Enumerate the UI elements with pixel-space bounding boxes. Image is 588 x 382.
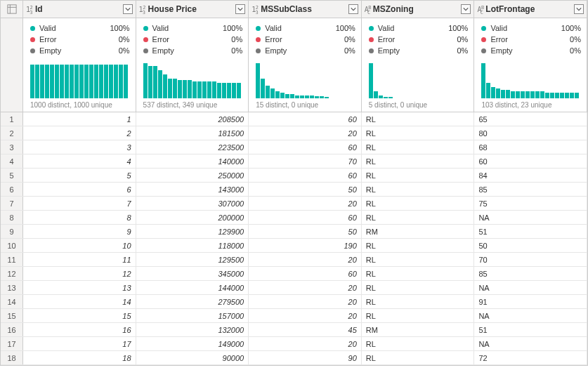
row-number[interactable]: 15 bbox=[1, 309, 23, 322]
cell[interactable]: RL bbox=[362, 169, 475, 182]
cell[interactable]: 12 bbox=[23, 267, 136, 280]
table-corner[interactable] bbox=[1, 1, 23, 18]
cell[interactable]: RL bbox=[362, 239, 475, 252]
cell[interactable]: 132000 bbox=[136, 323, 249, 336]
cell[interactable]: RL bbox=[362, 126, 475, 140]
cell[interactable]: RL bbox=[362, 281, 475, 294]
cell[interactable]: 60 bbox=[249, 169, 362, 182]
row-number[interactable]: 6 bbox=[1, 183, 23, 196]
type-icon-text[interactable]: ABC bbox=[365, 6, 370, 13]
cell[interactable]: 223500 bbox=[136, 140, 249, 154]
cell[interactable]: 68 bbox=[474, 140, 587, 154]
cell[interactable]: 70 bbox=[249, 154, 362, 168]
cell[interactable]: 5 bbox=[23, 169, 136, 182]
table-row[interactable]: 131314400020RLNA bbox=[1, 281, 587, 295]
cell[interactable]: NA bbox=[474, 309, 587, 322]
row-number[interactable]: 14 bbox=[1, 295, 23, 308]
cell[interactable]: 45 bbox=[249, 323, 362, 336]
cell[interactable]: 90 bbox=[249, 351, 362, 364]
column-filter-dropdown[interactable] bbox=[235, 4, 245, 14]
cell[interactable]: RL bbox=[362, 309, 475, 322]
cell[interactable]: 14 bbox=[23, 295, 136, 308]
type-icon-text[interactable]: ABC bbox=[477, 6, 483, 13]
cell[interactable]: RL bbox=[362, 183, 475, 196]
cell[interactable]: 65 bbox=[474, 112, 587, 126]
cell[interactable]: RL bbox=[362, 211, 475, 224]
column-header[interactable]: ABCMSZoning bbox=[362, 1, 475, 18]
distribution-histogram[interactable] bbox=[30, 62, 130, 98]
cell[interactable]: 129900 bbox=[136, 225, 249, 238]
cell[interactable]: RL bbox=[362, 140, 475, 154]
cell[interactable]: 20 bbox=[249, 197, 362, 210]
column-filter-dropdown[interactable] bbox=[574, 4, 584, 14]
cell[interactable]: 20 bbox=[249, 309, 362, 322]
cell[interactable]: 17 bbox=[23, 337, 136, 350]
row-number[interactable]: 2 bbox=[1, 126, 23, 140]
table-row[interactable]: 1010118000190RL50 bbox=[1, 239, 587, 253]
cell[interactable]: 307000 bbox=[136, 197, 249, 210]
row-number[interactable]: 1 bbox=[1, 112, 23, 126]
type-icon-number[interactable]: 123 bbox=[139, 6, 145, 13]
cell[interactable]: 75 bbox=[474, 197, 587, 210]
cell[interactable]: 143000 bbox=[136, 183, 249, 196]
cell[interactable]: 4 bbox=[23, 154, 136, 168]
cell[interactable]: RL bbox=[362, 112, 475, 126]
cell[interactable]: 85 bbox=[474, 267, 587, 280]
column-filter-dropdown[interactable] bbox=[461, 4, 471, 14]
cell[interactable]: 250000 bbox=[136, 169, 249, 182]
row-number[interactable]: 10 bbox=[1, 239, 23, 252]
cell[interactable]: 70 bbox=[474, 253, 587, 266]
cell[interactable]: 9 bbox=[23, 225, 136, 238]
table-row[interactable]: 1120850060RL65 bbox=[1, 112, 587, 126]
cell[interactable]: 118000 bbox=[136, 239, 249, 252]
cell[interactable]: 20 bbox=[249, 295, 362, 308]
cell[interactable]: 60 bbox=[249, 140, 362, 154]
table-row[interactable]: 6614300050RL85 bbox=[1, 183, 587, 197]
row-number[interactable]: 12 bbox=[1, 267, 23, 280]
cell[interactable]: RL bbox=[362, 267, 475, 280]
cell[interactable]: RL bbox=[362, 253, 475, 266]
cell[interactable]: 345000 bbox=[136, 267, 249, 280]
cell[interactable]: 279500 bbox=[136, 295, 249, 308]
cell[interactable]: 11 bbox=[23, 253, 136, 266]
cell[interactable]: 3 bbox=[23, 140, 136, 154]
distribution-histogram[interactable] bbox=[143, 62, 243, 98]
row-number[interactable]: 7 bbox=[1, 197, 23, 210]
column-header[interactable]: 123MSSubClass bbox=[249, 1, 362, 18]
table-row[interactable]: 111112950020RL70 bbox=[1, 253, 587, 267]
cell[interactable]: RL bbox=[362, 197, 475, 210]
column-header[interactable]: ABCLotFrontage bbox=[474, 1, 587, 18]
cell[interactable]: 20 bbox=[249, 281, 362, 294]
cell[interactable]: 129500 bbox=[136, 253, 249, 266]
cell[interactable]: 13 bbox=[23, 281, 136, 294]
cell[interactable]: 16 bbox=[23, 323, 136, 336]
cell[interactable]: 60 bbox=[474, 154, 587, 168]
cell[interactable]: 50 bbox=[474, 239, 587, 252]
table-row[interactable]: 2218150020RL80 bbox=[1, 126, 587, 140]
row-number[interactable]: 4 bbox=[1, 154, 23, 168]
cell[interactable]: 51 bbox=[474, 323, 587, 336]
cell[interactable]: 20 bbox=[249, 337, 362, 350]
row-number[interactable]: 13 bbox=[1, 281, 23, 294]
type-icon-number[interactable]: 123 bbox=[26, 6, 32, 13]
row-number[interactable]: 3 bbox=[1, 140, 23, 154]
cell[interactable]: 60 bbox=[249, 112, 362, 126]
cell[interactable]: 15 bbox=[23, 309, 136, 322]
cell[interactable]: 90000 bbox=[136, 351, 249, 364]
cell[interactable]: RL bbox=[362, 154, 475, 168]
row-number[interactable]: 8 bbox=[1, 211, 23, 224]
cell[interactable]: 50 bbox=[249, 183, 362, 196]
table-row[interactable]: 3322350060RL68 bbox=[1, 140, 587, 154]
table-row[interactable]: 18189000090RL72 bbox=[1, 351, 587, 365]
cell[interactable]: NA bbox=[474, 281, 587, 294]
cell[interactable]: 208500 bbox=[136, 112, 249, 126]
type-icon-number[interactable]: 123 bbox=[251, 6, 258, 13]
cell[interactable]: 2 bbox=[23, 126, 136, 140]
distribution-histogram[interactable] bbox=[369, 62, 469, 98]
cell[interactable]: NA bbox=[474, 211, 587, 224]
row-number[interactable]: 17 bbox=[1, 337, 23, 350]
cell[interactable]: 181500 bbox=[136, 126, 249, 140]
cell[interactable]: 51 bbox=[474, 225, 587, 238]
cell[interactable]: 60 bbox=[249, 211, 362, 224]
distribution-histogram[interactable] bbox=[256, 62, 355, 98]
